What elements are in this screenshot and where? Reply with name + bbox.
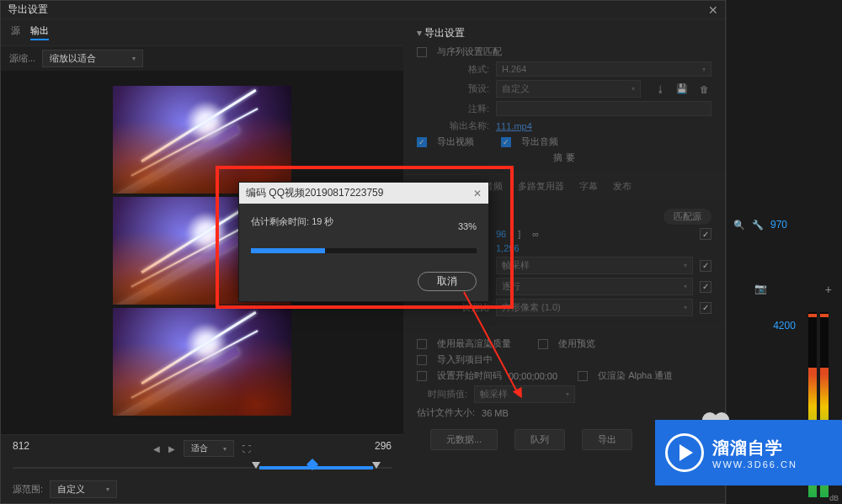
preset-select[interactable]: 自定义 ▾ xyxy=(496,80,641,98)
delete-preset-icon[interactable]: 🗑 xyxy=(696,82,711,97)
aspect-select[interactable]: 方形像素 (1.0) ▾ xyxy=(496,299,693,316)
window-title: 导出设置 xyxy=(8,3,48,17)
encoding-percent: 33% xyxy=(458,221,477,231)
link-icon[interactable]: ∞ xyxy=(532,229,539,239)
preview-tabs: 源 输出 xyxy=(1,19,403,46)
watermark-url: WWW.3D66.CN xyxy=(712,459,797,470)
frame-height-value[interactable]: 1,296 xyxy=(496,243,520,253)
alpha-only-checkbox[interactable] xyxy=(578,371,588,381)
chevron-down-icon: ▾ xyxy=(632,85,635,93)
range-slider[interactable] xyxy=(13,460,392,475)
chevron-down-icon: ▾ xyxy=(223,445,226,453)
chevron-down-icon: ▾ xyxy=(684,262,687,269)
preset-value: 自定义 xyxy=(502,82,530,95)
encoding-title: 编码 QQ视频20190817223759 xyxy=(246,186,383,200)
est-size-label: 估计文件大小: xyxy=(417,406,475,419)
encoding-titlebar: 编码 QQ视频20190817223759 ✕ xyxy=(239,183,488,204)
use-preview-label: 使用预览 xyxy=(558,337,595,350)
frame-width-value[interactable]: 96 xyxy=(496,229,506,239)
subtab-caption[interactable]: 字幕 xyxy=(579,180,598,193)
watermark: 溜溜自学 WWW.3D66.CN xyxy=(655,420,842,485)
close-icon[interactable]: ✕ xyxy=(708,3,718,17)
format-value: H.264 xyxy=(502,64,526,74)
comment-input[interactable] xyxy=(496,101,711,116)
step-fwd-icon[interactable]: ▶ xyxy=(168,444,175,454)
est-size-value: 36 MB xyxy=(482,408,509,418)
match-sequence-label: 与序列设置匹配 xyxy=(437,45,502,58)
export-video-checkbox[interactable]: ✓ xyxy=(417,137,427,147)
watermark-play-icon xyxy=(665,433,704,472)
range-select[interactable]: 自定义 ▾ xyxy=(50,480,117,498)
fps-match-checkbox[interactable] xyxy=(700,260,711,272)
preview-frame xyxy=(113,86,291,194)
preview-footer: 812 ◀ ▶ 适合 ▾ ⛶ 296 源范 xyxy=(1,434,403,503)
plus-icon[interactable]: + xyxy=(825,283,832,296)
zoom-select[interactable]: 适合 ▾ xyxy=(184,440,234,457)
range-label: 源范围: xyxy=(13,483,43,496)
encoding-progressbar xyxy=(251,248,477,253)
fit-row: 源缩... 缩放以适合 ▾ xyxy=(1,46,403,71)
chevron-down-icon: ▾ xyxy=(106,485,109,493)
match-sequence-checkbox[interactable] xyxy=(417,47,427,57)
side-number: 970 xyxy=(770,219,787,231)
subtab-mux[interactable]: 多路复用器 xyxy=(518,180,564,193)
format-select[interactable]: H.264 ▾ xyxy=(496,61,711,77)
chevron-down-icon: ▾ xyxy=(684,283,687,290)
subtab-publish[interactable]: 发布 xyxy=(613,180,632,193)
chevron-down-icon: ▾ xyxy=(132,55,136,62)
height-readout: 296 xyxy=(375,440,392,457)
titlebar: 导出设置 ✕ xyxy=(1,1,725,19)
tab-source[interactable]: 源 xyxy=(11,24,20,40)
aspect-match-checkbox[interactable] xyxy=(700,302,711,314)
output-name-label: 输出名称: xyxy=(417,119,489,132)
save-preset-icon[interactable]: 💾 xyxy=(674,82,690,97)
export-button[interactable]: 导出 xyxy=(582,429,632,450)
chevron-down-icon: ▾ xyxy=(566,390,569,398)
start-timecode-label: 设置开始时间码 xyxy=(437,369,502,382)
export-video-label: 导出视频 xyxy=(437,135,474,148)
output-name-link[interactable]: 111.mp4 xyxy=(496,121,532,131)
db-label: dB xyxy=(829,494,839,502)
max-quality-label: 使用最高渲染质量 xyxy=(437,337,511,350)
import-project-label: 导入到项目中 xyxy=(437,353,493,366)
aspect-label: 长宽比 xyxy=(417,301,489,314)
encoding-dialog: 编码 QQ视频20190817223759 ✕ 估计剩余时间: 19 秒 33%… xyxy=(238,182,489,302)
camera-icon[interactable]: 📷 xyxy=(754,283,767,294)
format-label: 格式: xyxy=(417,63,489,76)
interp-select[interactable]: 帧采样 ▾ xyxy=(474,385,575,403)
crop-icon[interactable]: ⛶ xyxy=(242,444,251,454)
chevron-down-icon: ▾ xyxy=(702,66,706,73)
preview-frame xyxy=(113,308,291,416)
use-preview-checkbox[interactable] xyxy=(538,339,548,349)
watermark-title: 溜溜自学 xyxy=(712,437,797,459)
magnifier-icon[interactable]: 🔍 xyxy=(733,220,745,231)
import-preset-icon[interactable]: ⭳ xyxy=(653,82,668,97)
section-export-settings[interactable]: 导出设置 xyxy=(417,26,711,40)
metadata-button[interactable]: 元数据... xyxy=(430,429,498,450)
frame-size-match-checkbox[interactable] xyxy=(700,228,711,240)
fit-select[interactable]: 缩放以适合 ▾ xyxy=(42,50,143,67)
preset-label: 预设: xyxy=(417,82,489,95)
tab-output[interactable]: 输出 xyxy=(30,24,49,40)
wrench-icon[interactable]: 🔧 xyxy=(752,220,764,231)
fit-value: 缩放以适合 xyxy=(50,52,96,65)
import-project-checkbox[interactable] xyxy=(417,355,427,365)
step-back-icon[interactable]: ◀ xyxy=(153,444,160,454)
export-audio-checkbox[interactable]: ✓ xyxy=(501,137,511,147)
field-match-checkbox[interactable] xyxy=(700,281,711,293)
width-readout: 812 xyxy=(13,440,29,457)
export-audio-label: 导出音频 xyxy=(521,135,558,148)
queue-button[interactable]: 队列 xyxy=(514,429,565,450)
encoding-close-icon[interactable]: ✕ xyxy=(473,188,482,199)
chevron-down-icon: ▾ xyxy=(684,304,687,311)
match-source-button[interactable]: 匹配源 xyxy=(663,209,711,225)
interp-label: 时间插值: xyxy=(417,388,467,401)
start-timecode-checkbox[interactable] xyxy=(417,371,427,381)
range-value: 自定义 xyxy=(57,483,85,496)
max-quality-checkbox[interactable] xyxy=(417,339,427,349)
comment-label: 注释: xyxy=(417,103,489,115)
field-order-select[interactable]: 逐行 ▾ xyxy=(496,278,693,295)
encoding-cancel-button[interactable]: 取消 xyxy=(418,272,477,291)
frame-rate-select[interactable]: 帧采样 ▾ xyxy=(496,257,693,274)
encoding-est-value: 19 秒 xyxy=(312,216,333,226)
